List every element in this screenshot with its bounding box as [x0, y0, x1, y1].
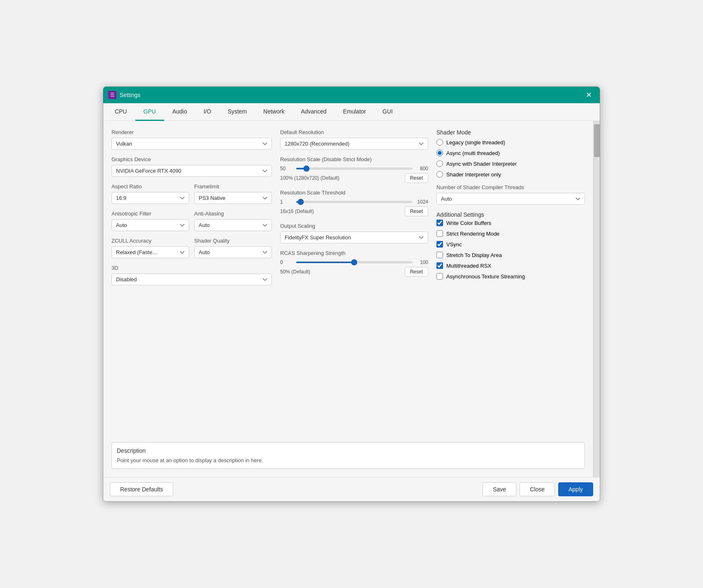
bottom-right-buttons: Save Close Apply [483, 482, 593, 496]
right-column: Shader Mode Legacy (single threaded) Asy… [436, 129, 585, 434]
res-threshold-value-row: 16x16 (Default) Reset [280, 206, 428, 216]
rcas-value-row: 50% (Default) Reset [280, 267, 428, 277]
strict-rendering-checkbox[interactable]: Strict Rendering Mode [436, 230, 585, 237]
antialiasing-group: Anti-Aliasing Auto [194, 211, 272, 231]
output-scaling-select[interactable]: FidelityFX Super Resolution [280, 231, 428, 243]
multithreaded-rsx-checkbox[interactable]: Multithreaded RSX [436, 262, 585, 269]
framelimit-select[interactable]: PS3 Native [194, 192, 272, 204]
tab-emulator[interactable]: Emulator [335, 103, 374, 121]
aspect-framelimit-row: Aspect Ratio 16:9 Framelimit PS3 Native [111, 183, 272, 204]
tab-system[interactable]: System [219, 103, 255, 121]
compiler-threads-select[interactable]: Auto [436, 193, 585, 205]
antialiasing-select[interactable]: Auto [194, 219, 272, 231]
threed-select[interactable]: Disabled [111, 273, 272, 285]
shader-legacy-radio[interactable]: Legacy (single threaded) [436, 139, 585, 146]
res-scale-reset-button[interactable]: Reset [405, 173, 428, 183]
apply-button[interactable]: Apply [558, 482, 593, 496]
res-threshold-min: 1 [280, 199, 292, 205]
res-threshold-display: 16x16 (Default) [280, 208, 314, 214]
vsync-input[interactable] [436, 241, 443, 248]
save-button[interactable]: Save [483, 482, 516, 496]
res-threshold-reset-button[interactable]: Reset [405, 206, 428, 216]
strict-rendering-input[interactable] [436, 230, 443, 237]
titlebar-left: ☰ Settings [108, 91, 141, 99]
shader-quality-group: Shader Quality Auto [194, 238, 272, 258]
columns: Renderer Vulkan Graphics Device NVIDIA G… [111, 129, 585, 434]
shader-mode-radio-group: Legacy (single threaded) Async (multi th… [436, 139, 585, 178]
additional-settings-title: Additional Settings [436, 211, 585, 218]
description-text: Point your mouse at an option to display… [117, 457, 580, 463]
vsync-checkbox[interactable]: VSync [436, 241, 585, 248]
rcas-display: 50% (Default) [280, 269, 310, 275]
shader-interpreter-only-label: Shader Interpreter only [446, 171, 501, 178]
shader-interpreter-only-radio[interactable]: Shader Interpreter only [436, 171, 585, 178]
close-button[interactable]: Close [520, 482, 555, 496]
res-threshold-label: Resolution Scale Threshold [280, 190, 428, 196]
rcas-slider-group: 0 100 50% (Default) Reset [280, 259, 428, 277]
aniso-aa-row: Anisotropic Filter Auto Anti-Aliasing Au… [111, 211, 272, 231]
multithreaded-rsx-input[interactable] [436, 262, 443, 269]
shader-async-interpreter-input[interactable] [436, 160, 443, 167]
restore-defaults-button[interactable]: Restore Defaults [110, 482, 173, 496]
stretch-to-display-label: Stretch To Display Area [446, 252, 502, 258]
content-area: Renderer Vulkan Graphics Device NVIDIA G… [103, 121, 600, 477]
rcas-reset-button[interactable]: Reset [405, 267, 428, 277]
default-res-label: Default Resolution [280, 129, 428, 135]
res-threshold-slider[interactable] [296, 201, 413, 203]
default-res-select[interactable]: 1280x720 (Recommended) [280, 138, 428, 150]
settings-window: ☰ Settings ✕ CPU GPU Audio I/O System Ne… [103, 86, 600, 502]
tab-bar: CPU GPU Audio I/O System Network Advance… [103, 103, 600, 121]
stretch-to-display-input[interactable] [436, 252, 443, 258]
tab-advanced[interactable]: Advanced [292, 103, 334, 121]
tab-network[interactable]: Network [255, 103, 292, 121]
shader-legacy-input[interactable] [436, 139, 443, 146]
async-texture-streaming-input[interactable] [436, 273, 443, 280]
shader-quality-select[interactable]: Auto [194, 246, 272, 258]
res-scale-display: 100% (1280x720) (Default) [280, 175, 339, 181]
framelimit-label: Framelimit [194, 183, 272, 190]
left-column: Renderer Vulkan Graphics Device NVIDIA G… [111, 129, 272, 434]
multithreaded-rsx-label: Multithreaded RSX [446, 263, 491, 269]
shader-async-radio[interactable]: Async (multi threaded) [436, 150, 585, 156]
zcull-select[interactable]: Relaxed (Faste… [111, 246, 189, 258]
close-window-button[interactable]: ✕ [582, 89, 595, 101]
graphics-device-select[interactable]: NVIDIA GeForce RTX 4090 [111, 165, 272, 177]
write-color-buffers-input[interactable] [436, 220, 443, 226]
anisotropic-select[interactable]: Auto [111, 219, 189, 231]
zcull-group: ZCULL Accuracy Relaxed (Faste… [111, 238, 189, 258]
shader-async-interpreter-radio[interactable]: Async with Shader Interpreter [436, 160, 585, 167]
res-threshold-slider-group: 1 1024 16x16 (Default) Reset [280, 199, 428, 216]
tab-gui[interactable]: GUI [374, 103, 401, 121]
scrollbar[interactable] [593, 121, 600, 477]
vsync-label: VSync [446, 241, 462, 248]
tab-cpu[interactable]: CPU [107, 103, 135, 121]
anisotropic-label: Anisotropic Filter [111, 211, 189, 217]
res-scale-slider-row: 50 800 [280, 166, 428, 171]
shader-interpreter-only-input[interactable] [436, 171, 443, 178]
framelimit-group: Framelimit PS3 Native [194, 183, 272, 204]
tab-audio[interactable]: Audio [164, 103, 195, 121]
res-threshold-slider-row: 1 1024 [280, 199, 428, 205]
zcull-label: ZCULL Accuracy [111, 238, 189, 244]
write-color-buffers-label: Write Color Buffers [446, 220, 491, 226]
aspect-ratio-select[interactable]: 16:9 [111, 192, 189, 204]
graphics-device-label: Graphics Device [111, 156, 272, 162]
async-texture-streaming-checkbox[interactable]: Asynchronous Texture Streaming [436, 273, 585, 280]
tab-gpu[interactable]: GPU [135, 103, 164, 121]
window-title: Settings [120, 92, 141, 98]
rcas-slider[interactable] [296, 262, 413, 263]
res-scale-slider[interactable] [296, 168, 413, 169]
antialiasing-label: Anti-Aliasing [194, 211, 272, 217]
res-threshold-max: 1024 [416, 199, 428, 205]
stretch-to-display-checkbox[interactable]: Stretch To Display Area [436, 252, 585, 258]
write-color-buffers-checkbox[interactable]: Write Color Buffers [436, 220, 585, 226]
anisotropic-group: Anisotropic Filter Auto [111, 211, 189, 231]
main-area: Renderer Vulkan Graphics Device NVIDIA G… [103, 121, 593, 477]
renderer-select[interactable]: Vulkan [111, 138, 272, 150]
tab-io[interactable]: I/O [195, 103, 220, 121]
renderer-label: Renderer [111, 129, 272, 135]
shader-async-input[interactable] [436, 150, 443, 156]
shader-quality-label: Shader Quality [194, 238, 272, 244]
scrollbar-thumb[interactable] [594, 124, 600, 157]
rcas-min: 0 [280, 259, 292, 265]
